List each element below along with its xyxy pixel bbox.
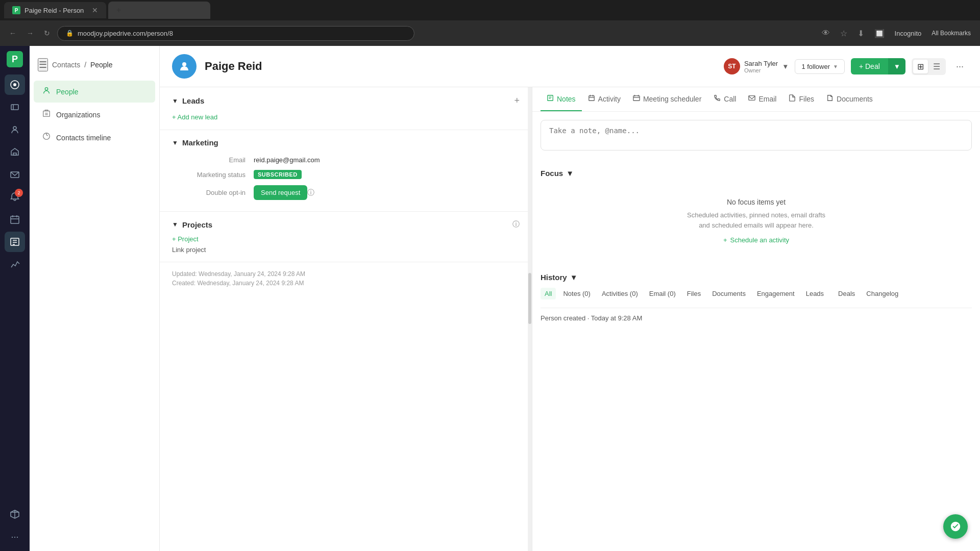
new-tab-button[interactable]: + bbox=[108, 2, 210, 19]
deal-button-group: + Deal ▼ bbox=[851, 58, 905, 74]
svg-rect-23 bbox=[548, 95, 553, 101]
leads-toggle-button[interactable]: ▼ bbox=[172, 97, 178, 105]
active-tab[interactable]: P Paige Reid - Person ✕ bbox=[4, 2, 106, 18]
browser-tabs-bar: P Paige Reid - Person ✕ + bbox=[0, 0, 980, 20]
focus-title: Focus bbox=[541, 169, 563, 178]
schedule-activity-link[interactable]: + Schedule an activity bbox=[723, 236, 789, 244]
chat-button[interactable] bbox=[943, 514, 968, 539]
created-text: Created: Wednesday, January 24, 2024 9:2… bbox=[172, 280, 520, 287]
focus-chevron-icon: ▼ bbox=[566, 169, 574, 178]
projects-section-title: Projects bbox=[182, 220, 212, 229]
follower-button[interactable]: 1 follower ▼ bbox=[795, 59, 845, 74]
nav-item-people[interactable]: People bbox=[34, 81, 155, 103]
filter-deals[interactable]: Deals bbox=[834, 288, 859, 299]
tab-favicon: P bbox=[12, 6, 20, 14]
breadcrumb-parent[interactable]: Contacts bbox=[52, 61, 80, 69]
extensions-button[interactable]: 🔲 bbox=[871, 26, 888, 41]
incognito-label: Incognito bbox=[892, 27, 925, 40]
people-icon bbox=[42, 86, 51, 97]
projects-info-icon[interactable]: ⓘ bbox=[512, 220, 520, 229]
email-value[interactable]: reid.paige@gmail.com bbox=[254, 156, 320, 164]
more-options-button[interactable]: ··· bbox=[952, 59, 968, 74]
app-container: P 2 ··· bbox=[0, 46, 980, 551]
filter-changelog[interactable]: Changelog bbox=[862, 288, 902, 299]
reader-mode-button[interactable]: 👁 bbox=[819, 26, 833, 41]
marketing-toggle-button[interactable]: ▼ bbox=[172, 139, 178, 146]
meeting-tab-label: Meeting scheduler bbox=[643, 95, 701, 103]
nav-label-organizations: Organizations bbox=[56, 111, 100, 119]
tab-call[interactable]: Call bbox=[707, 87, 742, 111]
sidebar-icon-contacts[interactable] bbox=[5, 119, 25, 140]
tab-email[interactable]: Email bbox=[742, 87, 782, 111]
nav-item-contacts-timeline[interactable]: Contacts timeline bbox=[34, 127, 155, 148]
tab-documents[interactable]: Documents bbox=[820, 87, 879, 111]
filter-activities[interactable]: Activities (0) bbox=[598, 288, 642, 299]
send-request-button[interactable]: Send request bbox=[254, 185, 307, 200]
list-view-button[interactable]: ☰ bbox=[929, 60, 944, 73]
tab-notes[interactable]: Notes bbox=[541, 87, 582, 111]
sidebar-icon-calendar[interactable] bbox=[5, 209, 25, 230]
history-header[interactable]: History ▼ bbox=[541, 273, 972, 282]
address-bar[interactable]: 🔒 moodjoy.pipedrive.com/person/8 bbox=[57, 26, 414, 41]
add-deal-button[interactable]: + Deal bbox=[851, 58, 888, 74]
sidebar-icon-products[interactable] bbox=[5, 504, 25, 524]
deal-dropdown-button[interactable]: ▼ bbox=[888, 58, 905, 74]
view-toggle: ⊞ ☰ bbox=[912, 58, 946, 75]
bookmark-button[interactable]: ☆ bbox=[837, 26, 850, 41]
back-button[interactable]: ← bbox=[6, 26, 19, 40]
owner-dropdown-button[interactable]: ▼ bbox=[782, 63, 789, 70]
subscribed-badge: SUBSCRIBED bbox=[254, 170, 302, 179]
tab-files[interactable]: Files bbox=[782, 87, 820, 111]
add-new-lead-link[interactable]: + Add new lead bbox=[172, 113, 217, 121]
download-button[interactable]: ⬇ bbox=[854, 26, 867, 41]
updated-text: Updated: Wednesday, January 24, 2024 9:2… bbox=[172, 270, 520, 278]
nav-label-people: People bbox=[56, 88, 79, 96]
breadcrumb-current: People bbox=[90, 61, 113, 69]
left-nav: ☰ Contacts / People People Organizations… bbox=[30, 46, 160, 551]
tab-meeting-scheduler[interactable]: Meeting scheduler bbox=[627, 87, 707, 111]
filter-files[interactable]: Files bbox=[683, 288, 705, 299]
forward-button[interactable]: → bbox=[23, 26, 37, 40]
sidebar-icon-home[interactable] bbox=[5, 74, 25, 95]
sidebar-icon-leads[interactable] bbox=[5, 232, 25, 252]
filter-email[interactable]: Email (0) bbox=[645, 288, 680, 299]
sidebar-icon-more[interactable]: ··· bbox=[5, 527, 25, 547]
link-project-link[interactable]: Link project bbox=[172, 246, 520, 254]
filter-leads[interactable]: Leads bbox=[802, 288, 828, 299]
tab-activity[interactable]: Activity bbox=[582, 87, 627, 111]
grid-view-button[interactable]: ⊞ bbox=[913, 60, 928, 73]
projects-toggle-button[interactable]: ▼ bbox=[172, 221, 178, 228]
nav-item-organizations[interactable]: Organizations bbox=[34, 104, 155, 126]
tab-close-button[interactable]: ✕ bbox=[92, 6, 98, 14]
filter-documents[interactable]: Documents bbox=[708, 288, 750, 299]
focus-header[interactable]: Focus ▼ bbox=[541, 169, 972, 178]
history-chevron-icon: ▼ bbox=[570, 273, 578, 282]
reload-button[interactable]: ↻ bbox=[41, 26, 53, 40]
note-input[interactable] bbox=[541, 120, 972, 151]
filter-all[interactable]: All bbox=[541, 288, 556, 299]
history-title: History bbox=[541, 273, 567, 282]
files-tab-icon bbox=[789, 94, 796, 103]
activity-tab-label: Activity bbox=[598, 95, 621, 103]
sidebar-icon-analytics[interactable] bbox=[5, 254, 25, 274]
sidebar-icon-deals[interactable] bbox=[5, 97, 25, 117]
marketing-section-header: ▼ Marketing bbox=[172, 138, 520, 147]
content-area: ▼ Leads + + Add new lead ▼ Marketing Ema… bbox=[160, 87, 980, 551]
leads-add-button[interactable]: + bbox=[514, 95, 520, 106]
sidebar-icon-mail[interactable] bbox=[5, 164, 25, 185]
email-field-row: Email reid.paige@gmail.com bbox=[172, 153, 520, 167]
header-actions: ST Sarah Tyler Owner ▼ 1 follower ▼ + De… bbox=[724, 58, 968, 75]
tab-title: Paige Reid - Person bbox=[24, 7, 84, 14]
logo-icon: P bbox=[7, 51, 23, 67]
sidebar-icon-notifications[interactable]: 2 bbox=[5, 187, 25, 207]
notes-area bbox=[532, 112, 980, 161]
filter-engagement[interactable]: Engagement bbox=[753, 288, 799, 299]
svg-point-1 bbox=[13, 83, 16, 86]
optin-info-icon[interactable]: ⓘ bbox=[307, 188, 314, 197]
filter-notes[interactable]: Notes (0) bbox=[559, 288, 594, 299]
hamburger-menu[interactable]: ☰ bbox=[38, 58, 48, 71]
app-logo[interactable]: P bbox=[6, 50, 24, 68]
add-project-link[interactable]: + Project bbox=[172, 235, 520, 243]
marketing-section-title: Marketing bbox=[182, 138, 218, 147]
sidebar-icon-campaigns[interactable] bbox=[5, 142, 25, 162]
